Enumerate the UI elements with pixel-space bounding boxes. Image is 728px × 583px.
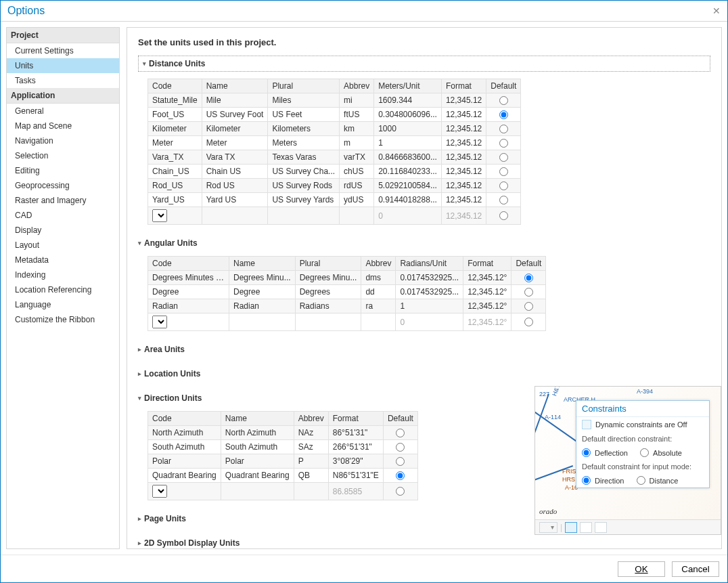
cell[interactable]: 1609.344 bbox=[374, 93, 442, 108]
column-header[interactable]: Default bbox=[511, 257, 546, 271]
column-header[interactable]: Name bbox=[229, 257, 296, 271]
cell[interactable]: Degree bbox=[148, 285, 229, 299]
section-toggle-symbol[interactable]: ▸ 2D Symbol Display Units bbox=[138, 537, 710, 549]
column-header[interactable]: Abbrev bbox=[294, 412, 328, 426]
cell[interactable]: Yard_US bbox=[148, 193, 202, 207]
sidebar-item-raster-and-imagery[interactable]: Raster and Imagery bbox=[7, 193, 119, 208]
column-header[interactable]: Format bbox=[328, 412, 383, 426]
cell[interactable]: Rod_US bbox=[148, 179, 202, 193]
table-row[interactable]: PolarPolarP3°08'29" bbox=[148, 454, 418, 469]
sidebar-item-cad[interactable]: CAD bbox=[7, 208, 119, 223]
cell[interactable]: Foot_US bbox=[148, 108, 202, 122]
section-toggle-location[interactable]: ▸ Location Units bbox=[138, 368, 710, 380]
cell[interactable]: Vara_TX bbox=[148, 150, 202, 165]
default-radio[interactable] bbox=[499, 167, 508, 176]
table-distance-units[interactable]: CodeNamePluralAbbrevMeters/UnitFormatDef… bbox=[147, 79, 521, 225]
default-radio[interactable] bbox=[396, 429, 405, 437]
cell[interactable]: 12,345.12 bbox=[441, 108, 486, 122]
cell[interactable]: Chain_US bbox=[148, 165, 202, 179]
cell[interactable]: Kilometer bbox=[148, 122, 202, 136]
cell[interactable]: 12,345.12° bbox=[463, 271, 511, 285]
cell[interactable]: 86°51'31" bbox=[328, 426, 383, 440]
cell[interactable]: Meter bbox=[202, 136, 268, 150]
table-row[interactable]: Chain_USChain USUS Survey Cha...chUS20.1… bbox=[148, 165, 521, 179]
radio-direction[interactable] bbox=[582, 476, 591, 485]
sidebar-item-metadata[interactable]: Metadata bbox=[7, 253, 119, 267]
table-row[interactable]: Degrees Minutes Se...Degrees Minu...Degr… bbox=[148, 271, 546, 285]
radio-deflection[interactable] bbox=[582, 448, 591, 457]
cell[interactable]: km bbox=[340, 122, 374, 136]
cell[interactable]: mi bbox=[340, 93, 374, 108]
column-header[interactable]: Name bbox=[202, 79, 268, 93]
cell[interactable]: 0 bbox=[374, 207, 442, 225]
sidebar-item-current-settings[interactable]: Current Settings bbox=[7, 43, 119, 58]
section-toggle-area[interactable]: ▸ Area Units bbox=[138, 343, 710, 355]
default-radio[interactable] bbox=[499, 211, 508, 220]
cell[interactable]: Radians bbox=[295, 299, 361, 314]
default-radio[interactable] bbox=[499, 196, 508, 204]
column-header[interactable]: Radians/Unit bbox=[396, 257, 463, 271]
default-radio[interactable] bbox=[524, 274, 533, 282]
cell[interactable]: Degrees Minutes Se... bbox=[148, 271, 229, 285]
cell[interactable]: Miles bbox=[268, 93, 340, 108]
cell[interactable]: QB bbox=[294, 469, 328, 483]
cell[interactable] bbox=[268, 207, 340, 225]
sidebar-item-general[interactable]: General bbox=[7, 104, 119, 118]
table-direction-units[interactable]: CodeNameAbbrevFormatDefaultNorth Azimuth… bbox=[147, 411, 418, 500]
table-row[interactable]: RadianRadianRadiansra112,345.12° bbox=[148, 299, 546, 314]
cell[interactable]: 0.8466683600... bbox=[374, 150, 442, 165]
column-header[interactable]: Meters/Unit bbox=[374, 79, 442, 93]
cell[interactable]: 20.116840233... bbox=[374, 165, 442, 179]
cell[interactable]: Radian bbox=[148, 299, 229, 314]
sidebar-item-units[interactable]: Units bbox=[7, 58, 119, 73]
cell[interactable]: 266°51'31" bbox=[328, 440, 383, 454]
table-tool-icon[interactable] bbox=[595, 522, 607, 533]
cell[interactable]: Mile bbox=[202, 93, 268, 108]
cell[interactable]: 0.0174532925... bbox=[396, 271, 463, 285]
table-row-placeholder[interactable]: 86.8585 bbox=[148, 483, 418, 500]
radio-absolute[interactable] bbox=[640, 448, 649, 457]
cell[interactable] bbox=[148, 483, 221, 500]
default-radio[interactable] bbox=[499, 110, 508, 119]
default-radio[interactable] bbox=[499, 181, 508, 190]
cell[interactable]: 0.9144018288... bbox=[374, 193, 442, 207]
cell[interactable]: Degrees bbox=[295, 285, 361, 299]
cell[interactable] bbox=[340, 207, 374, 225]
table-row[interactable]: KilometerKilometerKilometerskm100012,345… bbox=[148, 122, 521, 136]
cell[interactable] bbox=[202, 207, 268, 225]
cell[interactable]: 12,345.12° bbox=[463, 314, 511, 331]
default-radio[interactable] bbox=[396, 443, 405, 452]
sidebar-item-layout[interactable]: Layout bbox=[7, 238, 119, 253]
ok-button[interactable]: OK bbox=[618, 561, 665, 577]
table-row[interactable]: Foot_USUS Survey FootUS FeetftUS0.304800… bbox=[148, 108, 521, 122]
table-row[interactable]: Statute_MileMileMilesmi1609.34412,345.12 bbox=[148, 93, 521, 108]
table-row[interactable]: North AzimuthNorth AzimuthNAz86°51'31" bbox=[148, 426, 418, 440]
sidebar-item-indexing[interactable]: Indexing bbox=[7, 267, 119, 282]
cell[interactable]: Degree bbox=[229, 285, 296, 299]
cell[interactable]: Meters bbox=[268, 136, 340, 150]
cell[interactable]: NAz bbox=[294, 426, 328, 440]
table-row-placeholder[interactable]: 012,345.12° bbox=[148, 314, 546, 331]
table-row[interactable]: Vara_TXVara TXTexas VarasvarTX0.84666836… bbox=[148, 150, 521, 165]
table-row-placeholder[interactable]: 012,345.12 bbox=[148, 207, 521, 225]
cell[interactable]: US Survey Rods bbox=[268, 179, 340, 193]
column-header[interactable]: Format bbox=[463, 257, 511, 271]
cell[interactable]: South Azimuth bbox=[148, 440, 221, 454]
cell[interactable]: 12,345.12 bbox=[441, 136, 486, 150]
table-row[interactable]: South AzimuthSouth AzimuthSAz266°51'31" bbox=[148, 440, 418, 454]
cell[interactable]: 5.0292100584... bbox=[374, 179, 442, 193]
cell[interactable] bbox=[361, 314, 396, 331]
cell[interactable]: North Azimuth bbox=[148, 426, 221, 440]
cell[interactable]: 86.8585 bbox=[328, 483, 383, 500]
column-header[interactable]: Name bbox=[221, 412, 294, 426]
cell[interactable]: Kilometers bbox=[268, 122, 340, 136]
default-radio[interactable] bbox=[499, 139, 508, 148]
cell[interactable]: 1 bbox=[374, 136, 442, 150]
cell[interactable]: Vara TX bbox=[202, 150, 268, 165]
cell[interactable]: 0.3048006096... bbox=[374, 108, 442, 122]
default-radio[interactable] bbox=[524, 302, 533, 311]
section-toggle-angular[interactable]: ▾ Angular Units bbox=[138, 237, 710, 249]
snap-tool-icon[interactable] bbox=[565, 522, 577, 533]
cell[interactable]: dd bbox=[361, 285, 396, 299]
sidebar-item-editing[interactable]: Editing bbox=[7, 163, 119, 178]
